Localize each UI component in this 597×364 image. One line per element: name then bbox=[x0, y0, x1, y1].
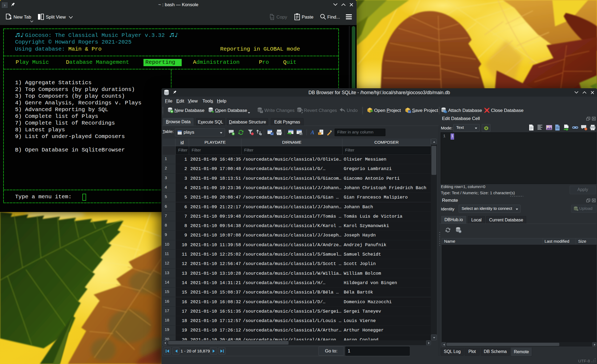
svg-text:A: A bbox=[310, 129, 314, 136]
